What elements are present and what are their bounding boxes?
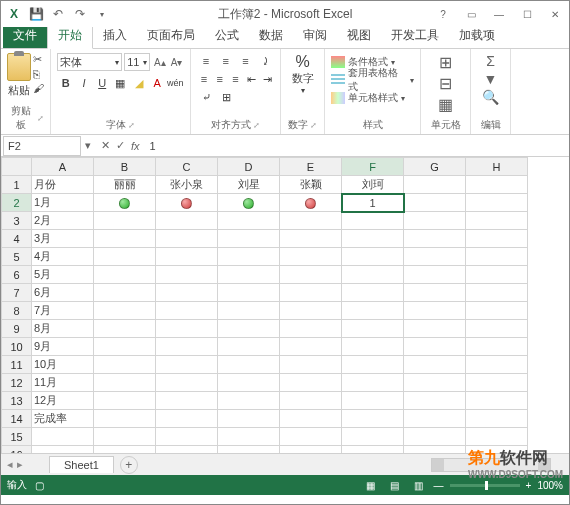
cell[interactable] [280, 320, 342, 338]
font-size-select[interactable]: 11▾ [124, 53, 150, 71]
autosum-icon[interactable]: Σ [486, 53, 495, 69]
cut-icon[interactable]: ✂ [33, 53, 44, 66]
sheet-tab[interactable]: Sheet1 [49, 456, 114, 473]
cell[interactable]: 刘星 [218, 176, 280, 194]
col-header[interactable]: A [32, 158, 94, 176]
italic-button[interactable]: I [75, 74, 92, 92]
cell[interactable] [404, 410, 466, 428]
view-page-icon[interactable]: ▤ [386, 478, 404, 492]
decrease-font-icon[interactable]: A▾ [169, 54, 184, 70]
cell[interactable] [342, 356, 404, 374]
cell[interactable] [342, 338, 404, 356]
col-header[interactable]: D [218, 158, 280, 176]
wrap-text-icon[interactable]: ⤶ [197, 89, 215, 105]
increase-font-icon[interactable]: A▴ [152, 54, 167, 70]
cell[interactable] [156, 284, 218, 302]
cell[interactable] [280, 392, 342, 410]
add-sheet-button[interactable]: + [120, 456, 138, 474]
cell[interactable] [280, 446, 342, 454]
row-header[interactable]: 10 [2, 338, 32, 356]
cell[interactable] [156, 194, 218, 212]
cell[interactable]: 11月 [32, 374, 94, 392]
cell[interactable] [466, 266, 528, 284]
cell[interactable] [280, 410, 342, 428]
border-icon[interactable]: ▦ [112, 74, 129, 92]
maximize-icon[interactable]: ☐ [517, 6, 537, 22]
cell[interactable] [280, 266, 342, 284]
cell[interactable] [342, 248, 404, 266]
cell[interactable] [156, 428, 218, 446]
row-header[interactable]: 4 [2, 230, 32, 248]
cell[interactable] [466, 428, 528, 446]
cell[interactable] [156, 266, 218, 284]
cell[interactable]: 张小泉 [156, 176, 218, 194]
col-header[interactable]: B [94, 158, 156, 176]
table-format-button[interactable]: 套用表格格式▾ [331, 71, 414, 89]
cell[interactable]: 4月 [32, 248, 94, 266]
cell[interactable]: 完成率 [32, 410, 94, 428]
cell[interactable] [218, 284, 280, 302]
cell[interactable]: 刘珂 [342, 176, 404, 194]
format-painter-icon[interactable]: 🖌 [33, 82, 44, 94]
cell[interactable] [156, 410, 218, 428]
row-header[interactable]: 15 [2, 428, 32, 446]
align-right-icon[interactable]: ≡ [229, 71, 243, 87]
align-top-icon[interactable]: ≡ [197, 53, 215, 69]
number-launcher-icon[interactable]: ⤢ [310, 121, 317, 130]
cell[interactable] [218, 428, 280, 446]
cell[interactable] [466, 248, 528, 266]
cell[interactable] [218, 338, 280, 356]
row-header[interactable]: 11 [2, 356, 32, 374]
zoom-in-icon[interactable]: + [526, 480, 532, 491]
view-break-icon[interactable]: ▥ [410, 478, 428, 492]
orientation-icon[interactable]: ⤸ [256, 53, 274, 69]
cell[interactable] [466, 320, 528, 338]
cell[interactable] [94, 284, 156, 302]
find-icon[interactable]: 🔍 [482, 89, 499, 105]
cell[interactable]: 丽丽 [94, 176, 156, 194]
cell[interactable] [156, 356, 218, 374]
ribbon-collapse-icon[interactable]: ▭ [461, 6, 481, 22]
col-header[interactable]: C [156, 158, 218, 176]
cell[interactable] [280, 194, 342, 212]
format-cell-icon[interactable]: ▦ [438, 95, 453, 114]
cell[interactable] [218, 410, 280, 428]
view-normal-icon[interactable]: ▦ [362, 478, 380, 492]
cell[interactable]: 6月 [32, 284, 94, 302]
zoom-slider[interactable] [450, 484, 520, 487]
cell[interactable] [280, 338, 342, 356]
cell[interactable] [404, 176, 466, 194]
cell[interactable] [94, 266, 156, 284]
cell[interactable]: 1 [342, 194, 404, 212]
fill-icon[interactable]: ▼ [484, 71, 498, 87]
row-header[interactable]: 5 [2, 248, 32, 266]
zoom-out-icon[interactable]: ― [434, 480, 444, 491]
cell[interactable] [94, 446, 156, 454]
cell[interactable] [156, 302, 218, 320]
fx-icon[interactable]: fx [131, 140, 140, 152]
formula-input[interactable]: 1 [146, 140, 569, 152]
macro-record-icon[interactable]: ▢ [35, 480, 44, 491]
font-name-select[interactable]: 宋体▾ [57, 53, 122, 71]
zoom-level[interactable]: 100% [537, 480, 563, 491]
align-bottom-icon[interactable]: ≡ [237, 53, 255, 69]
cell[interactable] [280, 356, 342, 374]
cell[interactable] [404, 194, 466, 212]
underline-button[interactable]: U [94, 74, 111, 92]
cell[interactable] [342, 320, 404, 338]
align-middle-icon[interactable]: ≡ [217, 53, 235, 69]
name-box-dropdown-icon[interactable]: ▾ [81, 139, 95, 152]
sheet-nav-first-icon[interactable]: ◂ [7, 458, 13, 471]
row-header[interactable]: 14 [2, 410, 32, 428]
cell[interactable]: 2月 [32, 212, 94, 230]
cell[interactable] [94, 338, 156, 356]
spreadsheet-grid[interactable]: ABCDEFGH1月份丽丽张小泉刘星张颖刘珂21月132月43月54月65月76… [1, 157, 569, 453]
cell[interactable] [156, 374, 218, 392]
cell[interactable] [342, 266, 404, 284]
enter-icon[interactable]: ✓ [116, 139, 125, 152]
help-icon[interactable]: ? [433, 6, 453, 22]
cell[interactable] [218, 248, 280, 266]
cell[interactable] [342, 392, 404, 410]
sheet-nav-last-icon[interactable]: ▸ [17, 458, 23, 471]
cell[interactable] [218, 302, 280, 320]
